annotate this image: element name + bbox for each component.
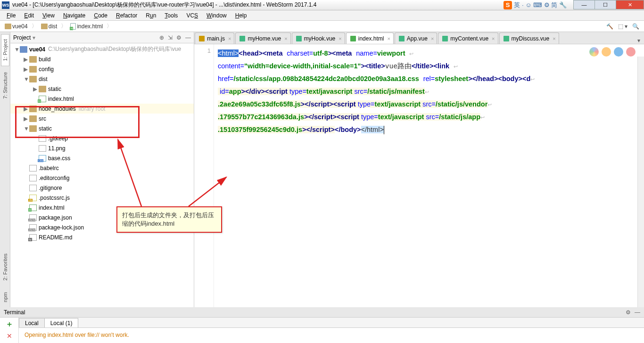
tree-row[interactable]: base.css: [10, 153, 194, 163]
menu-run[interactable]: Run: [142, 11, 160, 20]
open-in-browser-bar[interactable]: [589, 47, 636, 57]
menu-file[interactable]: File: [3, 11, 19, 20]
terminal-tool-window: Terminal ⚙ — ＋ ✕ Local Local (1) Opening…: [0, 307, 644, 343]
terminal-tab[interactable]: Local: [19, 318, 45, 327]
close-tab-icon[interactable]: ×: [228, 36, 231, 41]
gear-icon[interactable]: ⚙: [176, 34, 182, 41]
autoscroll-icon[interactable]: ⊕: [159, 34, 164, 41]
editor-tab[interactable]: myContent.vue×: [438, 33, 498, 44]
close-tab-icon[interactable]: ×: [492, 36, 495, 41]
tool-structure[interactable]: 7: Structure: [1, 67, 9, 104]
editor-tabs: main.js×myHome.vue×myHook.vue×index.html…: [194, 32, 644, 44]
menu-help[interactable]: Help: [231, 11, 251, 20]
window-maximize-button[interactable]: ☐: [594, 0, 616, 9]
tree-row[interactable]: .babelrc: [10, 163, 194, 173]
menu-code[interactable]: Code: [90, 11, 111, 20]
menu-bar: File Edit View Navigate Code Refactor Ru…: [0, 10, 644, 21]
tree-row[interactable]: ▶build: [10, 54, 194, 64]
annotation-callout: 打包后生成的文件夹，及打包后压缩的代码index.html: [116, 206, 222, 233]
tool-favorites[interactable]: 2: Favorites: [1, 248, 9, 286]
menu-window[interactable]: Window: [203, 11, 231, 20]
close-tab-icon[interactable]: ×: [284, 36, 287, 41]
tree-row[interactable]: ▶config: [10, 64, 194, 74]
editor-scrollbar[interactable]: [637, 57, 644, 307]
editor-tab[interactable]: myHook.vue×: [292, 33, 345, 44]
tree-row[interactable]: .editorconfig: [10, 173, 194, 183]
menu-vcs[interactable]: VCS: [182, 11, 202, 20]
ime-indicator[interactable]: S 英 · ☺ ⌨ ⚙ 简 🔧: [504, 1, 567, 9]
editor-tab[interactable]: App.vue×: [395, 33, 437, 44]
terminal-tab[interactable]: Local (1): [44, 318, 79, 327]
editor-tab[interactable]: myHome.vue×: [235, 33, 290, 44]
tree-row[interactable]: ▶src: [10, 114, 194, 123]
project-header-title: Project: [13, 34, 31, 41]
close-tab-icon[interactable]: ×: [553, 36, 555, 41]
tree-row[interactable]: .gitignore: [10, 183, 194, 193]
project-tree[interactable]: ▼vue04C:\Users\yangbaoshuai\Desktop\杨保帅的…: [10, 43, 194, 307]
tree-row[interactable]: ▶node_moduleslibrary root: [10, 104, 194, 114]
left-tool-stripe: 1: Project 7: Structure 2: Favorites npm: [0, 32, 10, 307]
window-title: vue04 - [C:\Users\yangbaoshuai\Desktop\杨…: [12, 1, 316, 9]
editor-tab[interactable]: main.js×: [195, 33, 234, 44]
tree-row[interactable]: ▼dist: [10, 74, 194, 84]
titlebar: WS vue04 - [C:\Users\yangbaoshuai\Deskto…: [0, 0, 644, 10]
editor-content[interactable]: <html><head><meta charset=utf-8><meta na…: [214, 44, 644, 307]
terminal-new-session-button[interactable]: ＋: [6, 319, 13, 329]
app-icon: WS: [2, 1, 9, 9]
menu-tools[interactable]: Tools: [161, 11, 182, 20]
close-tab-icon[interactable]: ×: [387, 36, 390, 41]
tool-npm[interactable]: npm: [1, 287, 9, 307]
menu-edit[interactable]: Edit: [20, 11, 38, 20]
menu-navigate[interactable]: Navigate: [59, 11, 89, 20]
terminal-close-session-button[interactable]: ✕: [7, 332, 12, 340]
tree-row[interactable]: ▶static: [10, 84, 194, 94]
editor-tab[interactable]: index.html×: [346, 33, 394, 44]
hide-icon[interactable]: —: [185, 34, 191, 41]
terminal-title: Terminal: [4, 309, 25, 316]
menu-refactor[interactable]: Refactor: [112, 11, 141, 20]
build-icon[interactable]: 🔨: [606, 23, 613, 30]
terminal-output[interactable]: Opening index.html over file:// won't wo…: [19, 328, 644, 343]
terminal-gear-icon[interactable]: ⚙: [626, 309, 631, 316]
tool-project[interactable]: 1: Project: [1, 34, 9, 66]
breadcrumb[interactable]: index.html: [67, 22, 106, 31]
close-tab-icon[interactable]: ×: [339, 36, 341, 41]
tabs-overflow-icon[interactable]: ▾: [634, 37, 644, 44]
tree-row[interactable]: README.md: [10, 232, 194, 242]
project-tool-window: Project ▾ ⊕ ⇲ ⚙ — ▼vue04C:\Users\yangbao…: [10, 32, 194, 307]
close-tab-icon[interactable]: ×: [431, 36, 434, 41]
collapse-icon[interactable]: ⇲: [168, 34, 173, 41]
window-close-button[interactable]: ✕: [616, 0, 644, 9]
breadcrumb[interactable]: dist: [38, 22, 60, 31]
editor-gutter: 1: [194, 44, 214, 307]
tree-row[interactable]: .postcssrc.js: [10, 193, 194, 203]
breadcrumb[interactable]: vue04: [2, 22, 31, 31]
tree-row[interactable]: .gitkeep: [10, 133, 194, 143]
search-icon[interactable]: 🔍: [632, 23, 639, 30]
terminal-hide-icon[interactable]: —: [635, 309, 640, 316]
menu-view[interactable]: View: [39, 11, 58, 20]
editor-area: main.js×myHome.vue×myHook.vue×index.html…: [194, 32, 644, 307]
tree-row[interactable]: 11.png: [10, 143, 194, 153]
tree-row[interactable]: ▼static: [10, 123, 194, 133]
editor-tab[interactable]: myDiscuss.vue×: [499, 33, 559, 44]
window-minimize-button[interactable]: —: [573, 0, 595, 9]
tree-row[interactable]: index.html: [10, 94, 194, 104]
navigation-bar: vue04〉 dist〉 index.html〉 🔨 ⬚ ▾ 🔍: [0, 21, 644, 32]
select-device-icon[interactable]: ⬚ ▾: [618, 23, 627, 30]
